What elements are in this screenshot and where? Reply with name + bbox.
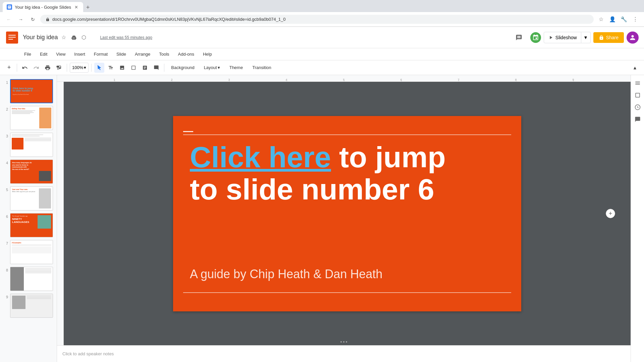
- menu-view[interactable]: View: [52, 50, 69, 58]
- menu-insert[interactable]: Insert: [70, 50, 89, 58]
- sidebar-icon-3[interactable]: [632, 102, 643, 113]
- main-layout: 1 Click here to jumpto slide number 6 A …: [0, 75, 644, 362]
- sidebar-icon-4[interactable]: [632, 114, 643, 125]
- profile-icon[interactable]: 👤: [608, 15, 617, 24]
- new-tab-button[interactable]: +: [83, 3, 93, 12]
- sidebar-icon-1[interactable]: [632, 78, 643, 88]
- slide-thumb-6[interactable]: 6 The Google Translate app NINETYLANGUAG…: [0, 212, 57, 239]
- slide-to-jump-text: to jump: [331, 140, 446, 174]
- slide-thumb-1[interactable]: 1 Click here to jumpto slide number 6 A …: [0, 78, 57, 105]
- menu-arrange[interactable]: Arrange: [131, 50, 154, 58]
- svg-rect-5: [8, 37, 16, 38]
- drive-icon[interactable]: [70, 34, 78, 42]
- menu-file[interactable]: File: [20, 50, 35, 58]
- tab-close-button[interactable]: ✕: [74, 4, 79, 10]
- zoom-selector[interactable]: 100% ▾: [70, 63, 89, 73]
- layout-button[interactable]: Layout ▾: [200, 63, 224, 73]
- slide-num-5: 5: [3, 186, 8, 192]
- slide-thumb-8[interactable]: 8: [0, 265, 57, 292]
- lock-share-icon: [599, 35, 604, 40]
- slide-thumb-2[interactable]: 2 Selling Your Idea: [0, 105, 57, 131]
- image-tool-button[interactable]: [117, 63, 127, 73]
- line-tool-button[interactable]: [140, 63, 150, 73]
- slideshow-button[interactable]: Slideshow: [544, 32, 581, 43]
- layout-chevron-icon: ▾: [218, 65, 220, 70]
- slide-thumb-5[interactable]: 5 Just one! Your own. Write a little cop…: [0, 185, 57, 212]
- slide-preview-5: Just one! Your own. Write a little copy …: [10, 186, 53, 210]
- slide-thumb-3[interactable]: 3: [0, 131, 57, 158]
- click-here-link[interactable]: Click here: [190, 140, 331, 174]
- theme-button[interactable]: Theme: [225, 63, 247, 73]
- slide-preview-2: Selling Your Idea: [10, 106, 53, 130]
- collab-avatar-1: [530, 32, 541, 43]
- app-title[interactable]: Your big idea: [23, 34, 58, 41]
- svg-rect-1: [8, 6, 10, 7]
- url-bar[interactable]: docs.google.com/presentation/d/1ROchrvv0…: [40, 15, 594, 24]
- extension-icon[interactable]: 🔧: [619, 15, 629, 24]
- reload-button[interactable]: ↻: [28, 15, 38, 24]
- slide-thumb-9[interactable]: 9: [0, 292, 57, 319]
- forward-button[interactable]: →: [16, 15, 25, 24]
- transition-button[interactable]: Transition: [248, 63, 275, 73]
- background-button[interactable]: Background: [167, 63, 198, 73]
- svg-rect-6: [8, 39, 13, 40]
- comment-tool-button[interactable]: [151, 63, 161, 73]
- slide-thumb-7[interactable]: 7 A Examples: [0, 239, 57, 265]
- active-tab[interactable]: Your big idea - Google Slides ✕: [3, 2, 83, 12]
- menu-edit[interactable]: Edit: [36, 50, 51, 58]
- slideshow-dropdown-button[interactable]: ▾: [581, 32, 591, 43]
- undo-button[interactable]: [20, 63, 30, 73]
- tab-favicon: [7, 4, 12, 10]
- slide-line-top: [183, 134, 511, 135]
- tab-bar: Your big idea - Google Slides ✕ +: [0, 0, 644, 12]
- notes-area[interactable]: Click to add speaker notes: [57, 345, 631, 362]
- user-avatar[interactable]: [627, 32, 639, 44]
- menu-tools[interactable]: Tools: [155, 50, 173, 58]
- print-button[interactable]: [43, 63, 53, 73]
- menu-addons[interactable]: Add-ons: [174, 50, 198, 58]
- app-header: Your big idea ☆ ⬡ Last edit was 55 minut…: [0, 27, 644, 48]
- text-tool-button[interactable]: [106, 63, 116, 73]
- slide-num-8: 8: [3, 267, 8, 272]
- back-button[interactable]: ←: [4, 15, 13, 24]
- slide-dash-accent: [183, 131, 193, 132]
- address-bar: ← → ↻ docs.google.com/presentation/d/1RO…: [0, 12, 644, 27]
- offline-icon[interactable]: ⬡: [80, 34, 88, 42]
- slide-thumb-4[interactable]: 4 How many languages doyou need to know …: [0, 158, 57, 185]
- select-tool-button[interactable]: [94, 63, 104, 73]
- shape-tool-button[interactable]: [128, 63, 139, 73]
- canvas-wrapper: 1 2 3 4 5 6 7 8 9 Click here to ju: [57, 75, 631, 362]
- comments-button[interactable]: [510, 32, 528, 44]
- add-shape-button[interactable]: +: [606, 209, 615, 218]
- sidebar-icon-2[interactable]: [632, 90, 643, 101]
- collapse-panel-button[interactable]: ▲: [630, 63, 640, 73]
- person-icon: [629, 34, 636, 41]
- menu-format[interactable]: Format: [90, 50, 112, 58]
- collab-avatars: [530, 32, 541, 43]
- redo-button[interactable]: [31, 63, 41, 73]
- slide-preview-7: A Examples: [10, 240, 53, 264]
- bookmark-icon[interactable]: ☆: [596, 15, 606, 24]
- add-button[interactable]: +: [4, 63, 14, 73]
- more-icon[interactable]: ⋮: [631, 15, 640, 24]
- zoom-value: 100%: [72, 65, 83, 70]
- slide-canvas[interactable]: Click here to jump to slide number 6 A g…: [173, 116, 521, 311]
- chevron-down-icon: ▾: [584, 34, 587, 41]
- star-icon[interactable]: ☆: [60, 34, 68, 42]
- canvas-area: Click here to jump to slide number 6 A g…: [57, 82, 631, 345]
- play-icon: [548, 35, 553, 40]
- menu-slide[interactable]: Slide: [112, 50, 130, 58]
- menu-bar: File Edit View Insert Format Slide Arran…: [0, 48, 644, 60]
- slides-panel: 1 Click here to jumpto slide number 6 A …: [0, 75, 57, 362]
- toolbar: + 100% ▾: [0, 60, 644, 75]
- tab-title: Your big idea - Google Slides: [15, 5, 71, 10]
- slide-line-bottom: [183, 292, 511, 293]
- share-button[interactable]: Share: [593, 32, 624, 43]
- menu-help[interactable]: Help: [199, 50, 216, 58]
- paint-format-button[interactable]: [54, 63, 64, 73]
- notes-placeholder[interactable]: Click to add speaker notes: [62, 351, 114, 356]
- address-bar-icons: ☆ 👤 🔧 ⋮: [596, 15, 640, 24]
- slide-num-1: 1: [3, 79, 8, 84]
- slide-second-line: to slide number 6: [190, 173, 504, 206]
- zoom-dropdown-icon: ▾: [84, 65, 86, 70]
